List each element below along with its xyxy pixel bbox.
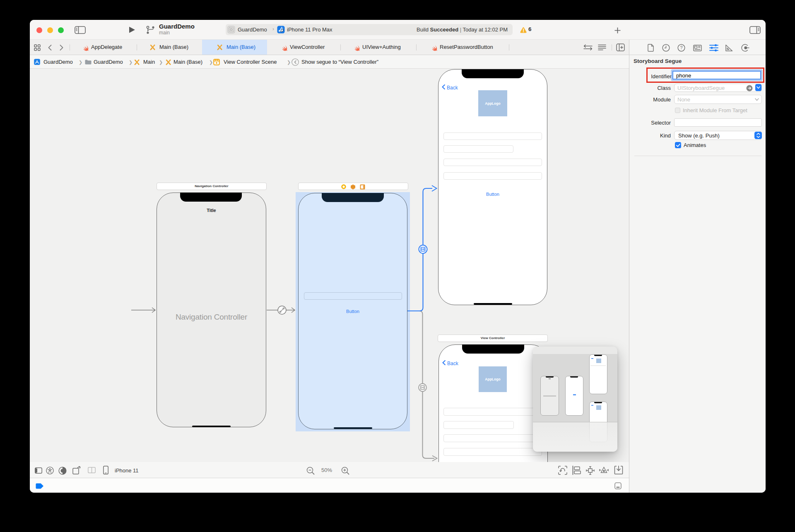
svg-text:?: ? [680, 45, 682, 50]
